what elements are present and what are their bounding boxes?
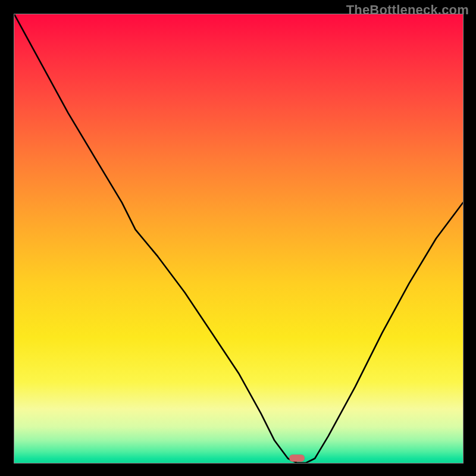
optimum-marker <box>289 455 305 462</box>
bottleneck-curve <box>14 14 463 463</box>
chart-frame: TheBottleneck.com <box>0 0 476 476</box>
plot-area <box>14 14 464 464</box>
